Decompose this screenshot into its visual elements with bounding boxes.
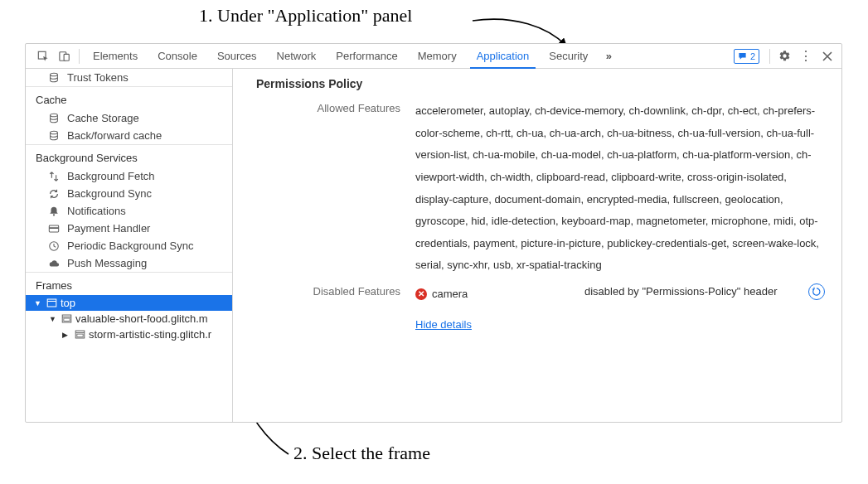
iframe-icon bbox=[74, 329, 85, 340]
error-icon: ✕ bbox=[415, 288, 427, 300]
settings-icon[interactable] bbox=[773, 44, 795, 68]
close-devtools-icon[interactable] bbox=[817, 44, 838, 68]
sidebar-item-label: Periodic Background Sync bbox=[67, 240, 193, 252]
database-icon bbox=[47, 72, 61, 84]
tab-application[interactable]: Application bbox=[467, 44, 540, 68]
kebab-menu-icon[interactable]: ⋮ bbox=[795, 44, 817, 68]
sidebar-item-payment-handler[interactable]: Payment Handler bbox=[26, 220, 232, 237]
sidebar-section-cache: Cache bbox=[26, 86, 232, 109]
reload-icon[interactable] bbox=[808, 283, 825, 300]
disabled-features-label: Disabled Features bbox=[233, 283, 415, 298]
sidebar-item-trust-tokens[interactable]: Trust Tokens bbox=[26, 69, 232, 86]
main-panel: Permissions Policy Allowed Features acce… bbox=[233, 69, 841, 422]
tabbar-right-controls: 2 ⋮ bbox=[734, 44, 841, 68]
tab-console[interactable]: Console bbox=[148, 44, 207, 68]
disabled-feature-name: camera bbox=[432, 283, 468, 306]
frame-label: valuable-short-food.glitch.m bbox=[75, 312, 208, 325]
device-toggle-icon[interactable] bbox=[54, 44, 75, 68]
svg-point-3 bbox=[51, 73, 58, 76]
cloud-icon bbox=[47, 258, 61, 269]
devtools-window: Elements Console Sources Network Perform… bbox=[25, 43, 842, 423]
tabbar-separator-right bbox=[769, 49, 770, 64]
messages-count-button[interactable]: 2 bbox=[734, 49, 759, 64]
svg-rect-17 bbox=[76, 334, 82, 336]
transfer-icon bbox=[47, 171, 61, 182]
sidebar-item-label: Trust Tokens bbox=[67, 71, 129, 84]
sidebar-item-label: Cache Storage bbox=[67, 112, 139, 124]
svg-rect-14 bbox=[63, 318, 69, 321]
allowed-features-value: accelerometer, autoplay, ch-device-memor… bbox=[415, 100, 828, 277]
tab-elements[interactable]: Elements bbox=[83, 44, 148, 68]
bell-icon bbox=[47, 206, 61, 217]
disabled-feature-reason: disabled by "Permissions-Policy" header bbox=[584, 283, 797, 301]
credit-card-icon bbox=[47, 223, 61, 235]
messages-count: 2 bbox=[750, 51, 755, 61]
sidebar-item-label: Notifications bbox=[67, 205, 126, 217]
svg-point-4 bbox=[51, 114, 58, 117]
tabbar-tabs: Elements Console Sources Network Perform… bbox=[83, 44, 598, 68]
frame-label: top bbox=[61, 297, 75, 309]
disabled-features-row: Disabled Features ✕ camera disabled by "… bbox=[233, 280, 841, 339]
tab-network[interactable]: Network bbox=[267, 44, 327, 68]
hide-details-link[interactable]: Hide details bbox=[415, 314, 472, 336]
sidebar-item-label: Push Messaging bbox=[67, 257, 147, 269]
iframe-icon bbox=[61, 313, 72, 324]
svg-rect-10 bbox=[47, 299, 56, 307]
sidebar-item-bg-fetch[interactable]: Background Fetch bbox=[26, 167, 232, 185]
sidebar-item-push-messaging[interactable]: Push Messaging bbox=[26, 254, 232, 272]
sidebar-item-label: Background Fetch bbox=[67, 170, 155, 182]
sidebar-section-background-services: Background Services bbox=[26, 144, 232, 167]
devtools-tabbar: Elements Console Sources Network Perform… bbox=[26, 44, 841, 69]
disclose-icon: ▼ bbox=[34, 299, 42, 307]
frame-label: storm-artistic-sting.glitch.r bbox=[89, 328, 211, 341]
disabled-feature-item: ✕ camera bbox=[415, 283, 573, 306]
sidebar-item-label: Payment Handler bbox=[67, 222, 150, 235]
svg-rect-8 bbox=[49, 227, 58, 229]
frame-row-child[interactable]: ▼ valuable-short-food.glitch.m bbox=[26, 311, 232, 327]
tab-security[interactable]: Security bbox=[539, 44, 598, 68]
tab-performance[interactable]: Performance bbox=[326, 44, 407, 68]
window-icon bbox=[46, 298, 57, 308]
sidebar-section-frames: Frames bbox=[26, 272, 232, 295]
sync-icon bbox=[47, 188, 61, 200]
disclose-icon: ▶ bbox=[62, 331, 70, 339]
application-sidebar: Trust Tokens Cache Cache Storage Back/fo… bbox=[26, 69, 233, 422]
tab-memory[interactable]: Memory bbox=[408, 44, 467, 68]
inspect-element-icon[interactable] bbox=[32, 44, 54, 68]
sidebar-item-periodic-sync[interactable]: Periodic Background Sync bbox=[26, 237, 232, 254]
disclose-icon: ▼ bbox=[49, 315, 57, 323]
allowed-features-label: Allowed Features bbox=[233, 100, 415, 114]
sidebar-item-notifications[interactable]: Notifications bbox=[26, 202, 232, 220]
tab-sources[interactable]: Sources bbox=[207, 44, 267, 68]
svg-point-6 bbox=[53, 214, 55, 215]
annotation-step2: 2. Select the frame bbox=[293, 443, 430, 464]
clock-icon bbox=[47, 240, 61, 252]
database-icon bbox=[47, 130, 61, 142]
sidebar-item-bg-sync[interactable]: Background Sync bbox=[26, 185, 232, 202]
frame-row-top[interactable]: ▼ top bbox=[26, 295, 232, 311]
svg-rect-2 bbox=[64, 54, 69, 60]
annotation-step1: 1. Under "Application" panel bbox=[199, 5, 412, 27]
sidebar-item-label: Back/forward cache bbox=[67, 129, 162, 142]
tabs-overflow-button[interactable]: » bbox=[598, 50, 619, 62]
svg-point-5 bbox=[51, 131, 58, 134]
sidebar-item-bf-cache[interactable]: Back/forward cache bbox=[26, 127, 232, 144]
allowed-features-row: Allowed Features accelerometer, autoplay… bbox=[233, 97, 841, 280]
message-icon bbox=[738, 51, 747, 60]
tabbar-separator bbox=[79, 49, 80, 64]
frame-row-grandchild[interactable]: ▶ storm-artistic-sting.glitch.r bbox=[26, 327, 232, 342]
sidebar-item-label: Background Sync bbox=[67, 187, 152, 200]
database-icon bbox=[47, 113, 61, 124]
sidebar-item-cache-storage[interactable]: Cache Storage bbox=[26, 109, 232, 127]
panel-title: Permissions Policy bbox=[233, 74, 841, 97]
